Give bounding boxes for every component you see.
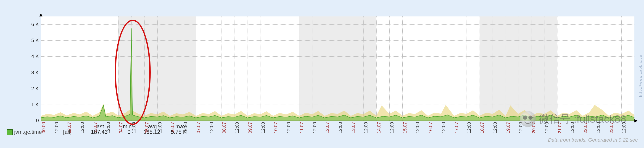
watermark-handle: :fullstack88 — [574, 113, 626, 125]
y-tick: 4 K — [31, 54, 39, 60]
y-tick: 1 K — [31, 102, 39, 108]
legend-metric: jvm.gc.time — [14, 129, 42, 135]
chart-area: 01 K2 K3 K4 K5 K6 K 00:0012:0002.0712:00… — [4, 4, 639, 121]
watermark-label: 微信号 — [539, 112, 570, 126]
watermark: 微信号 :fullstack88 — [520, 111, 626, 127]
val-max: 5.75 K — [171, 129, 186, 135]
y-tick: 6 K — [31, 22, 39, 28]
y-tick: 0 — [36, 118, 39, 124]
spike-annotation-ellipse — [115, 20, 150, 125]
y-axis-arrow-icon — [39, 13, 42, 16]
val-last: 187.43 — [91, 129, 108, 135]
legend-swatch — [7, 129, 13, 135]
legend-agg: [all] — [63, 129, 72, 135]
footnote: Data from trends. Generated in 0.22 sec — [548, 137, 638, 143]
y-tick: 5 K — [31, 38, 39, 44]
side-caption: http://www.zabbix.com — [638, 51, 643, 97]
plot-area: 01 K2 K3 K4 K5 K6 K 00:0012:0002.0712:00… — [41, 16, 634, 121]
val-min: 0 — [128, 129, 130, 135]
y-tick: 3 K — [31, 70, 39, 76]
chart-frame: mobile-group...recommend... jvm.gc.time … — [2, 2, 642, 146]
wechat-icon — [520, 111, 536, 127]
x-axis-arrow-icon — [634, 119, 638, 122]
y-tick: 2 K — [31, 86, 39, 92]
val-avg: 185.12 — [144, 129, 160, 135]
